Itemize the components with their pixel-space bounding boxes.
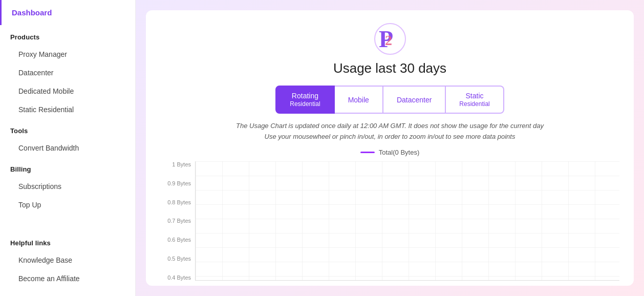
sidebar-section-helpful-links: Helpful links <box>0 231 135 251</box>
sidebar-item-subscriptions[interactable]: Subscriptions <box>0 177 135 196</box>
y-label-5: 0.5 Bytes <box>160 256 195 262</box>
legend-label: Total(0 Bytes) <box>379 149 419 156</box>
logo-wrap: P 2 <box>160 23 619 55</box>
sidebar-item-become-affiliate[interactable]: Become an Affiliate <box>0 269 135 288</box>
sidebar-item-knowledge-base[interactable]: Knowledge Base <box>0 251 135 269</box>
y-label-4: 0.6 Bytes <box>160 237 195 243</box>
sidebar-section-billing: Billing <box>0 157 135 177</box>
y-label-3: 0.7 Bytes <box>160 218 195 224</box>
sidebar-item-convert-bandwidth[interactable]: Convert Bandwidth <box>0 139 135 157</box>
tabs-row: Rotating Residential Mobile Datacenter S… <box>160 86 619 114</box>
sidebar-item-top-up[interactable]: Top Up <box>0 196 135 214</box>
main-card: P 2 Usage last 30 days Rotating Resident… <box>146 10 634 286</box>
chart-title: Usage last 30 days <box>160 60 619 76</box>
chart-plot <box>195 161 619 281</box>
info-line-2: Use your mousewheel or pinch in/out, in … <box>160 132 619 142</box>
sidebar-dashboard-label: Dashboard <box>12 8 52 17</box>
sidebar-section-tools: Tools <box>0 119 135 139</box>
sidebar-item-datacenter[interactable]: Datacenter <box>0 64 135 82</box>
y-label-0: 1 Bytes <box>160 161 195 167</box>
y-label-2: 0.8 Bytes <box>160 199 195 205</box>
y-axis: 1 Bytes 0.9 Bytes 0.8 Bytes 0.7 Bytes 0.… <box>160 161 195 286</box>
svg-text:2: 2 <box>385 32 392 48</box>
y-label-6: 0.4 Bytes <box>160 274 195 281</box>
tab-datacenter[interactable]: Datacenter <box>383 86 446 114</box>
info-line-1: The Usage Chart is updated once daily at… <box>160 121 619 132</box>
grid-svg <box>196 161 619 280</box>
tab-static[interactable]: Static Residential <box>446 86 504 114</box>
chart-legend: Total(0 Bytes) <box>160 149 619 156</box>
sidebar-item-static-residential[interactable]: Static Residential <box>0 100 135 119</box>
sidebar-section-products: Products <box>0 25 135 45</box>
sidebar-item-proxy-manager[interactable]: Proxy Manager <box>0 45 135 64</box>
legend-color-swatch <box>360 152 375 153</box>
chart-info-text: The Usage Chart is updated once daily at… <box>160 121 619 142</box>
sidebar-item-dashboard[interactable]: Dashboard <box>0 0 135 25</box>
chart-area[interactable]: 1 Bytes 0.9 Bytes 0.8 Bytes 0.7 Bytes 0.… <box>160 161 619 286</box>
brand-logo: P 2 <box>374 23 406 55</box>
sidebar: Dashboard Products Proxy Manager Datacen… <box>0 0 136 296</box>
main-content: P 2 Usage last 30 days Rotating Resident… <box>136 0 644 296</box>
sidebar-item-dedicated-mobile[interactable]: Dedicated Mobile <box>0 82 135 100</box>
svg-rect-3 <box>196 161 619 280</box>
y-label-1: 0.9 Bytes <box>160 180 195 186</box>
tab-mobile[interactable]: Mobile <box>335 86 383 114</box>
tab-rotating[interactable]: Rotating Residential <box>275 86 334 114</box>
